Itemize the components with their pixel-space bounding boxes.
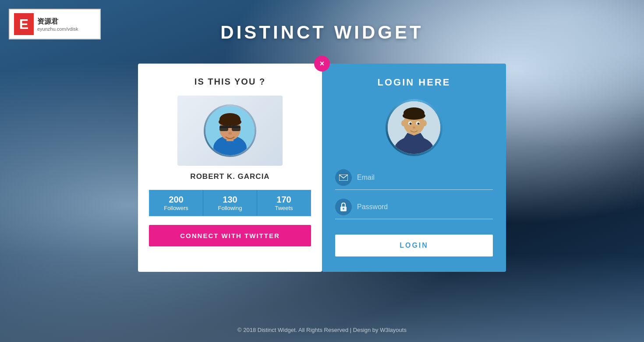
- login-card: LOGIN HERE: [322, 64, 506, 272]
- login-avatar-inner: [388, 101, 440, 154]
- svg-rect-8: [232, 125, 241, 131]
- password-input-group: [335, 199, 493, 219]
- avatar-ring: [204, 104, 256, 157]
- connect-twitter-button[interactable]: CONNECT WITH TWITTER: [149, 225, 311, 246]
- followers-label: Followers: [152, 205, 201, 211]
- tweets-number: 170: [259, 195, 308, 205]
- svg-point-20: [410, 123, 412, 125]
- svg-point-21: [418, 123, 420, 125]
- stats-row: 200 Followers 130 Following 170 Tweets: [149, 190, 311, 216]
- svg-point-9: [228, 132, 232, 135]
- profile-image-wrapper: [177, 96, 283, 166]
- footer: © 2018 Distinct Widget. All Rights Reser…: [0, 327, 644, 333]
- email-input-group: [335, 169, 493, 190]
- svg-rect-7: [219, 125, 228, 131]
- page-title: DISTINCT WIDGET: [0, 22, 644, 43]
- profile-avatar-svg: [205, 106, 255, 155]
- tweets-label: Tweets: [259, 205, 308, 211]
- svg-point-5: [219, 118, 241, 126]
- tweets-stat: 170 Tweets: [257, 190, 311, 216]
- email-input[interactable]: [357, 174, 493, 182]
- login-title: LOGIN HERE: [335, 77, 493, 88]
- svg-point-29: [343, 208, 344, 210]
- login-button[interactable]: LOGIN: [335, 235, 493, 256]
- footer-text: © 2018 Distinct Widget. All Rights Reser…: [237, 327, 407, 333]
- main-content: × IS THIS YOU ?: [138, 64, 506, 272]
- envelope-icon-svg: [339, 175, 348, 181]
- lock-icon: [335, 199, 352, 215]
- close-button[interactable]: ×: [314, 56, 330, 71]
- svg-point-23: [401, 120, 406, 126]
- profile-name: ROBERT K. GARCIA: [149, 172, 311, 181]
- email-icon: [335, 169, 352, 186]
- svg-point-22: [413, 127, 415, 129]
- login-avatar-ring: [386, 99, 442, 156]
- profile-card: × IS THIS YOU ?: [138, 64, 322, 272]
- login-avatar-svg: [388, 101, 440, 154]
- profile-card-title: IS THIS YOU ?: [149, 77, 311, 87]
- lock-icon-svg: [340, 203, 347, 211]
- following-stat: 130 Following: [203, 190, 257, 216]
- svg-point-24: [422, 120, 427, 126]
- followers-stat: 200 Followers: [149, 190, 203, 216]
- avatar-inner: [205, 106, 255, 155]
- following-number: 130: [205, 195, 255, 205]
- svg-point-17: [403, 112, 425, 120]
- followers-number: 200: [152, 195, 201, 205]
- password-input[interactable]: [357, 203, 493, 211]
- following-label: Following: [205, 205, 255, 211]
